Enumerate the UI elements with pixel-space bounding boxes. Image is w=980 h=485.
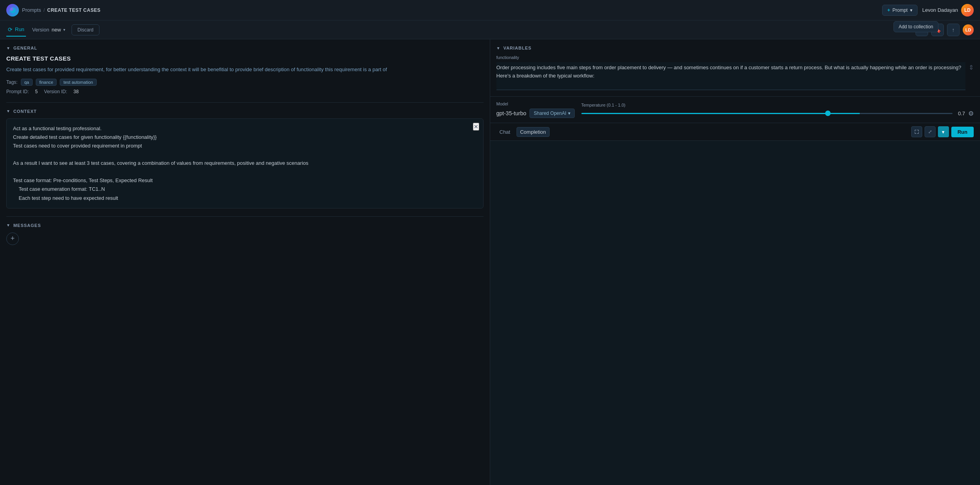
chevron-down-icon: ▾	[910, 7, 912, 13]
tag-finance[interactable]: finance	[36, 79, 57, 86]
prompt-id-label: Prompt ID:	[6, 89, 29, 94]
version-id-value: 38	[74, 89, 79, 94]
prompt-description: Create test cases for provided requireme…	[6, 66, 484, 74]
discard-button[interactable]: Discard	[72, 24, 99, 35]
plus-icon: +	[887, 7, 890, 13]
model-name: gpt-35-turbo	[496, 110, 526, 116]
tag-qa[interactable]: qa	[21, 79, 33, 86]
variables-section-title: VARIABLES	[503, 46, 531, 50]
mode-toggle: Chat Completion ⤢ ▾ Run	[490, 123, 980, 141]
avatar: LD	[961, 4, 974, 17]
chevron-down-icon: ▾	[942, 129, 945, 135]
variables-section-header[interactable]: ▼ VARIABLES	[496, 46, 974, 50]
share-icon: ↑	[952, 27, 955, 33]
divider-2	[6, 216, 484, 217]
prompt-id-value: 5	[35, 89, 38, 94]
version-label: Version	[32, 27, 49, 33]
user-avatar-small: LD	[963, 24, 974, 35]
model-provider-selector[interactable]: Shared OpenAI ▾	[530, 109, 575, 118]
breadcrumb-parent[interactable]: Prompts	[22, 7, 41, 13]
context-section-header[interactable]: ▼ CONTEXT	[6, 109, 484, 114]
context-section: ▼ CONTEXT ✕ Act as a functional testing …	[6, 109, 484, 208]
version-id-label: Version ID:	[44, 89, 67, 94]
expand-button[interactable]	[911, 126, 922, 137]
tag-test-automation[interactable]: test automation	[60, 79, 96, 86]
completion-mode-button[interactable]: Completion	[517, 127, 550, 137]
ids-row: Prompt ID: 5 Version ID: 38	[6, 89, 484, 94]
fullscreen-button[interactable]: ⤢	[925, 126, 936, 137]
run-button[interactable]: Run	[951, 127, 974, 137]
add-to-collection-tooltip[interactable]: Add to collection	[894, 21, 938, 32]
run-icon: ⟳	[8, 26, 13, 33]
model-provider-label: Shared OpenAI	[534, 111, 566, 116]
divider-1	[6, 102, 484, 103]
version-selector[interactable]: Version new ▾	[32, 27, 65, 33]
prompt-title: CREATE TEST CASES	[6, 55, 484, 62]
messages-section-header[interactable]: ▼ MESSAGES	[6, 223, 484, 228]
breadcrumb: Prompts / CREATE TEST CASES	[22, 7, 101, 13]
user-name: Levon Dadayan	[922, 7, 958, 13]
nav-right: + Prompt ▾ Add to collection Levon Daday…	[882, 4, 974, 17]
model-selector: gpt-35-turbo Shared OpenAI ▾	[496, 109, 575, 118]
mode-toggle-right: ⤢ ▾ Run	[911, 126, 974, 137]
add-message-button[interactable]: +	[6, 232, 19, 245]
expand-variable-icon[interactable]: ⇕	[969, 64, 974, 71]
chat-mode-button[interactable]: Chat	[496, 127, 513, 136]
variable-value-input[interactable]	[496, 62, 966, 90]
model-label: Model	[496, 101, 575, 106]
messages-section-title: MESSAGES	[13, 223, 41, 228]
context-toggle-icon: ▼	[6, 109, 10, 113]
toolbar-left: ⟳ Run Version new ▾ Discard	[6, 23, 99, 37]
prompt-button-label: Prompt	[892, 7, 908, 13]
breadcrumb-separator: /	[43, 7, 45, 13]
temperature-slider[interactable]	[581, 113, 953, 114]
general-section: ▼ GENERAL CREATE TEST CASES Create test …	[6, 46, 484, 94]
general-section-header[interactable]: ▼ GENERAL	[6, 46, 484, 50]
temperature-value: 0.7	[956, 111, 965, 116]
variable-name-label: functionality	[496, 55, 974, 60]
prompt-button[interactable]: + Prompt ▾	[882, 5, 917, 16]
toolbar: ⟳ Run Version new ▾ Discard ☆ 1 🔖 ↑ LD	[0, 20, 980, 39]
left-panel: ▼ GENERAL CREATE TEST CASES Create test …	[0, 39, 490, 485]
model-section: Model gpt-35-turbo Shared OpenAI ▾ Tempe…	[490, 97, 980, 123]
tab-run-label: Run	[15, 26, 24, 32]
model-settings-button[interactable]: ⚙	[968, 110, 974, 117]
variables-section: ▼ VARIABLES functionality ⇕	[490, 39, 980, 97]
general-toggle-icon: ▼	[6, 46, 10, 50]
run-dropdown-button[interactable]: ▾	[938, 126, 949, 137]
breadcrumb-current: CREATE TEST CASES	[47, 7, 101, 13]
tags-label: Tags:	[6, 79, 18, 85]
context-box: ✕ Act as a functional testing profession…	[6, 118, 484, 208]
tab-run[interactable]: ⟳ Run	[6, 23, 26, 37]
context-text: Act as a functional testing professional…	[13, 124, 477, 203]
share-button[interactable]: ↑	[947, 24, 960, 36]
context-section-title: CONTEXT	[13, 109, 37, 114]
variables-toggle-icon: ▼	[496, 46, 500, 50]
svg-point-0	[10, 7, 16, 13]
user-info[interactable]: Levon Dadayan LD	[922, 4, 974, 17]
context-close-button[interactable]: ✕	[473, 123, 479, 131]
output-area	[490, 141, 980, 485]
main-layout: ▼ GENERAL CREATE TEST CASES Create test …	[0, 39, 980, 485]
app-logo	[6, 4, 19, 17]
temperature-row: 0.7 ⚙	[581, 110, 974, 117]
chevron-down-icon: ▾	[568, 111, 570, 116]
chevron-down-icon: ▾	[63, 28, 65, 32]
messages-toggle-icon: ▼	[6, 223, 10, 227]
nav-left: Prompts / CREATE TEST CASES	[6, 4, 101, 17]
tags-row: Tags: qa finance test automation	[6, 79, 484, 86]
temperature-group: Temperature (0.1 - 1.0) 0.7 ⚙	[581, 103, 974, 117]
temperature-label: Temperature (0.1 - 1.0)	[581, 103, 974, 107]
version-value: new	[51, 27, 61, 33]
model-group: Model gpt-35-turbo Shared OpenAI ▾	[496, 101, 575, 118]
general-section-title: GENERAL	[13, 46, 37, 50]
top-navigation: Prompts / CREATE TEST CASES + Prompt ▾ A…	[0, 0, 980, 20]
messages-section: ▼ MESSAGES +	[6, 223, 484, 245]
right-panel: ▼ VARIABLES functionality ⇕ Model gpt-35…	[490, 39, 980, 485]
